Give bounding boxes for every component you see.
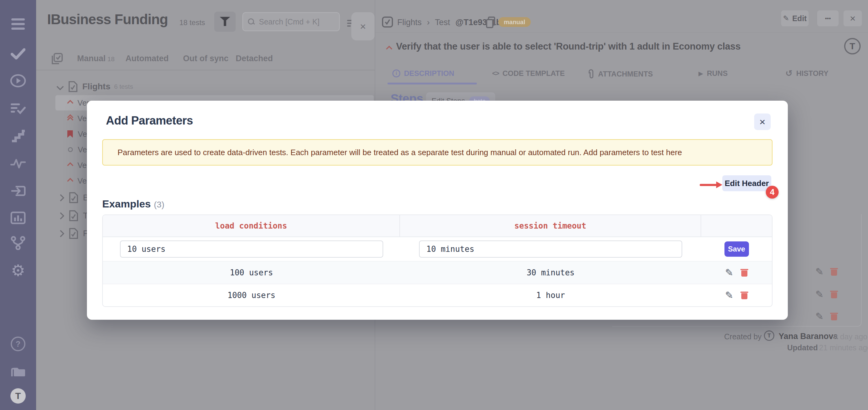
row-actions: ✎ [815,312,838,321]
divider [36,70,375,70]
test-row[interactable]: Ver [68,142,90,157]
param-input-session-timeout[interactable] [419,241,682,258]
edit-row-icon[interactable]: ✎ [815,312,824,321]
delete-row-icon[interactable] [830,290,838,298]
pencil-icon: ✎ [783,13,789,23]
chevron-right-icon[interactable] [57,194,64,201]
tutorial-step-badge: 4 [766,186,779,198]
analytics-icon[interactable] [9,209,27,226]
divider [375,32,868,33]
modal-close-button[interactable]: × [754,114,771,130]
delete-row-icon[interactable] [741,291,748,299]
paperclip-icon [588,69,594,79]
param-input-load-conditions[interactable] [120,241,383,258]
history-icon: ↺ [785,70,793,77]
copy-icon[interactable] [485,16,496,29]
search-input[interactable] [258,17,334,27]
test-row[interactable]: Ver [68,173,89,188]
close-detail-button[interactable]: × [843,10,862,26]
tutorial-arrow [700,184,717,186]
suite-row-flights[interactable]: Flights 6 tests [58,79,133,94]
file-check-icon [68,228,79,239]
settings-gear-icon[interactable]: ⚙ [9,262,27,279]
test-row[interactable]: Ver [67,126,90,142]
edit-row-icon[interactable]: ✎ [815,267,824,277]
test-row[interactable]: Ver [68,158,89,173]
info-banner: Parameters are used to create data-drive… [102,139,773,165]
funnel-icon [220,17,230,27]
modal-title: Add Parameters [106,114,193,127]
tab-code-template[interactable]: <>CODE TEMPLATE [492,69,565,78]
tab-automated[interactable]: Automated [125,54,168,63]
example-row: 1000 users 1 hour ✎ [103,284,772,306]
status-badge-manual: manual [498,17,531,27]
branch-icon[interactable] [9,234,27,252]
assignee-avatar[interactable]: T [844,38,861,55]
row-actions: ✎ [815,289,838,299]
chevron-right-icon[interactable] [57,212,64,219]
examples-count: (3) [154,200,164,209]
search-box[interactable] [242,12,340,31]
tab-attachments[interactable]: ATTACHMENTS [588,69,653,79]
examples-heading: Examples(3) [102,198,164,210]
play-icon: ▶ [699,70,703,77]
cell-value: 100 users [230,268,273,277]
app-window: ⚙ ? T IBusiness Funding 18 tests × Manua… [0,0,868,410]
test-row[interactable]: Ver [68,95,89,111]
table-header-row: load conditions session timeout [103,215,772,237]
pulse-icon[interactable] [9,155,27,172]
panel-close-button[interactable]: × [351,12,375,40]
edit-test-button[interactable]: ✎ Edit [781,10,809,26]
delete-row-icon[interactable] [830,267,838,276]
add-parameters-modal: Add Parameters × Parameters are used to … [87,101,788,320]
cell-value: 1 hour [536,291,565,300]
tab-detached[interactable]: Detached [236,54,273,63]
more-button[interactable]: ••• [817,10,839,26]
bookmark-icon [67,130,73,138]
project-title: IBusiness Funding [47,11,168,28]
author-avatar: T [764,330,774,341]
tab-description[interactable]: iDESCRIPTION [392,69,454,78]
app-logo[interactable]: T [9,387,27,405]
test-row[interactable]: Ver [68,111,89,126]
priority-high-icon [67,162,73,168]
file-check-icon [68,81,78,92]
app-sidebar: ⚙ ? T [0,0,36,410]
tab-runs[interactable]: ▶RUNS [699,69,727,78]
title-priority-icon [386,45,392,52]
info-icon: i [392,69,400,77]
cell-value: 30 minutes [527,268,575,277]
suite-label: Flights [82,82,111,92]
import-icon[interactable] [9,182,27,199]
files-folder-icon[interactable] [9,364,27,381]
edit-row-icon[interactable]: ✎ [725,268,733,278]
test-title: Verify that the user is able to select '… [396,41,763,52]
priority-highest-icon [68,115,72,122]
plans-list-check-icon[interactable] [9,100,27,117]
chevron-down-icon[interactable] [56,83,64,90]
help-icon[interactable]: ? [9,335,27,352]
priority-high-icon [67,178,73,184]
created-ago: a day ago [834,332,867,341]
chevron-right-icon[interactable] [57,230,64,237]
project-tests-count: 18 tests [179,18,205,27]
search-icon [248,18,255,25]
tests-check-icon[interactable] [9,45,27,62]
tab-out-of-sync[interactable]: Out of sync [183,54,229,63]
updated-label: Updated [787,343,818,352]
runs-play-icon[interactable] [9,72,27,89]
select-tests-icon[interactable] [51,53,63,65]
edit-row-icon[interactable]: ✎ [725,290,733,300]
example-row: 100 users 30 minutes ✎ [103,261,772,284]
delete-row-icon[interactable] [741,268,748,277]
menu-icon[interactable] [9,15,27,32]
steps-icon[interactable] [9,127,27,145]
edit-header-button[interactable]: Edit Header [722,175,771,191]
save-button[interactable]: Save [724,242,749,257]
tab-manual[interactable]: Manual18 [77,54,115,63]
tab-history[interactable]: ↺HISTORY [785,69,829,78]
filter-button[interactable] [214,12,236,32]
file-check-icon [68,192,79,203]
delete-row-icon[interactable] [830,312,838,321]
edit-row-icon[interactable]: ✎ [815,289,824,299]
